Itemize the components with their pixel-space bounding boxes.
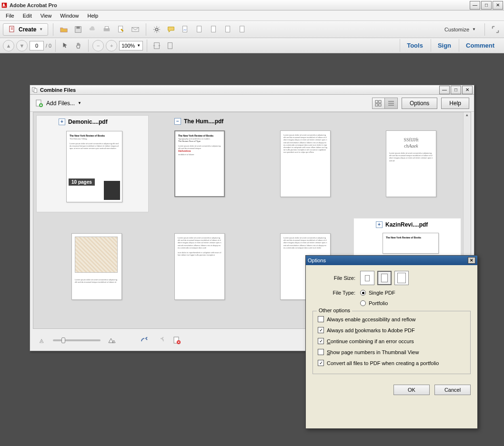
maximize-button[interactable]: □ <box>481 1 492 10</box>
page-thumbnail[interactable]: SSflJJftchAaek Lorem ipsum dolor sit ame… <box>386 130 436 197</box>
continue-label: Continue combining if an error occurs <box>327 338 414 344</box>
list-view-button[interactable] <box>385 98 397 109</box>
menu-file[interactable]: File <box>2 12 18 20</box>
edit-doc-icon[interactable] <box>115 24 127 35</box>
page-down-icon[interactable]: ▼ <box>16 40 28 51</box>
print-icon[interactable] <box>101 24 112 35</box>
svg-rect-4 <box>105 26 109 29</box>
accessibility-checkbox[interactable] <box>318 316 324 322</box>
svg-rect-14 <box>168 42 172 49</box>
email-icon[interactable] <box>130 24 141 35</box>
filesize-small-button[interactable] <box>360 271 374 285</box>
redo-icon[interactable] <box>156 336 165 345</box>
expand-icon[interactable]: + <box>59 119 65 125</box>
options-title: Options <box>308 258 326 263</box>
doc-tool3-icon[interactable] <box>222 24 234 35</box>
file-group[interactable]: + Demonic....pdf The New York Review of … <box>36 115 149 212</box>
combine-minimize-button[interactable]: — <box>439 86 450 94</box>
page-thumbnail[interactable]: Lorem ipsum dolor sit amet consectetur a… <box>280 130 331 197</box>
collapse-icon[interactable]: − <box>174 118 181 125</box>
comment-panel-link[interactable]: Comment <box>459 39 501 52</box>
filesize-large-button[interactable] <box>394 271 409 285</box>
undo-icon[interactable] <box>140 336 149 345</box>
combine-close-button[interactable]: ✕ <box>462 86 473 94</box>
doc-tool4-icon[interactable] <box>237 24 248 35</box>
cloud-icon[interactable] <box>87 24 98 35</box>
customize-label: Customize <box>444 27 469 32</box>
filesize-label: File Size: <box>312 275 355 281</box>
cancel-button[interactable]: Cancel <box>434 385 471 395</box>
menu-help[interactable]: Help <box>83 12 102 20</box>
combine-maximize-button[interactable]: □ <box>451 86 461 94</box>
page-number-input[interactable] <box>30 41 44 50</box>
help-button[interactable]: Help <box>441 98 469 109</box>
menu-view[interactable]: View <box>37 12 56 20</box>
create-label: Create <box>19 26 36 33</box>
continue-checkbox[interactable]: ✓ <box>318 338 324 344</box>
select-tool-icon[interactable] <box>60 40 71 51</box>
zoom-in-icon[interactable]: + <box>106 40 117 51</box>
options-dialog: Options ✕ File Size: File Type: Single P… <box>305 255 478 429</box>
close-button[interactable]: ✕ <box>493 1 503 10</box>
thumbnail-view-button[interactable] <box>373 98 385 109</box>
page-thumbnail[interactable]: The New York Review of BooksTypography a… <box>174 130 225 197</box>
doc-tool2-icon[interactable] <box>208 24 220 35</box>
bookmarks-label: Always add bookmarks to Adobe PDF <box>327 327 415 333</box>
menu-edit[interactable]: Edit <box>19 12 36 20</box>
zoom-field[interactable]: 100%▼ <box>119 41 143 50</box>
single-pdf-label: Single PDF <box>369 290 395 296</box>
zoom-small-icon[interactable]: ◬ <box>37 336 46 345</box>
portfolio-radio[interactable] <box>360 300 366 306</box>
file-name: KazinRevi....pdf <box>385 221 428 228</box>
page-thumbnail[interactable]: The New York Review of Books <box>383 233 439 254</box>
save-icon[interactable] <box>72 24 84 35</box>
file-group[interactable]: + KazinRevi....pdf The New York Review o… <box>353 218 461 256</box>
view-mode-toggle <box>372 98 398 109</box>
svg-rect-22 <box>379 104 381 106</box>
bookmarks-checkbox[interactable]: ✓ <box>318 327 324 333</box>
thumbnail-size-slider[interactable] <box>53 339 101 341</box>
sign-panel-link[interactable]: Sign <box>431 39 458 52</box>
dropdown-icon: ▼ <box>472 27 476 31</box>
app-icon <box>1 2 8 9</box>
convert-checkbox[interactable]: ✓ <box>318 360 324 366</box>
zoom-out-icon[interactable]: − <box>92 40 104 51</box>
add-files-button[interactable]: Add Files... ▼ <box>35 99 81 108</box>
pagenumbers-label: Show page numbers in Thumbnail View <box>327 349 419 355</box>
svg-rect-21 <box>375 104 378 106</box>
sign-doc-icon[interactable] <box>180 24 191 35</box>
options-close-button[interactable]: ✕ <box>468 257 475 264</box>
svg-rect-0 <box>10 26 14 32</box>
remove-icon[interactable] <box>172 336 181 345</box>
page-up-icon[interactable]: ▲ <box>3 40 14 51</box>
page-thumbnail[interactable]: Lorem ipsum dolor sit amet consectetur a… <box>71 233 122 300</box>
gear-icon[interactable] <box>151 24 162 35</box>
hand-tool-icon[interactable] <box>73 40 84 51</box>
zoom-large-icon[interactable] <box>107 336 117 345</box>
svg-rect-8 <box>183 26 187 32</box>
expand-icon[interactable] <box>490 24 501 35</box>
fit-width-icon[interactable] <box>151 40 162 51</box>
file-name: The Hum....pdf <box>184 118 223 125</box>
open-icon[interactable] <box>58 24 70 35</box>
svg-point-7 <box>156 28 158 30</box>
customize-button[interactable]: Customize ▼ <box>441 27 480 32</box>
page-thumbnail[interactable]: The New York Review of BooksThe Demonic … <box>66 131 122 202</box>
doc-tool1-icon[interactable] <box>194 24 205 35</box>
convert-label: Convert all files to PDF when creating a… <box>327 360 439 366</box>
minimize-button[interactable]: — <box>470 1 480 10</box>
comment-icon[interactable] <box>165 24 177 35</box>
fit-page-icon[interactable] <box>164 40 176 51</box>
combine-icon <box>31 87 38 93</box>
tools-panel-link[interactable]: Tools <box>400 39 430 52</box>
filesize-medium-button[interactable] <box>377 271 392 285</box>
expand-icon[interactable]: + <box>376 221 383 228</box>
svg-rect-11 <box>226 26 230 32</box>
menu-window[interactable]: Window <box>56 12 82 20</box>
pagenumbers-checkbox[interactable] <box>318 349 324 355</box>
create-button[interactable]: Create ▼ <box>3 23 48 36</box>
page-thumbnail[interactable]: Lorem ipsum dolor sit amet consectetur a… <box>174 233 225 300</box>
single-pdf-radio[interactable] <box>360 290 366 296</box>
options-button[interactable]: Options <box>402 98 437 109</box>
ok-button[interactable]: OK <box>393 385 430 395</box>
